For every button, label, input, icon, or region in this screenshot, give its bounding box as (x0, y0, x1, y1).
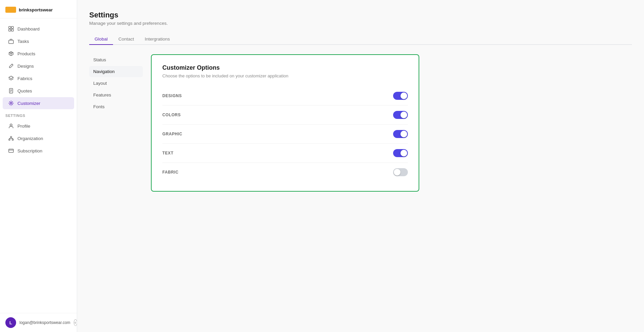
toggle-track (393, 92, 408, 100)
svg-rect-5 (11, 29, 13, 31)
tab-integrations[interactable]: Intergrations (140, 34, 175, 45)
sidebar-item-customizer[interactable]: Customizer (3, 97, 74, 109)
pen-icon (8, 63, 14, 69)
org-icon (8, 135, 14, 141)
toggle-row-graphic: GRAPHIC (162, 125, 408, 144)
svg-rect-6 (9, 40, 13, 44)
settings-tabs: Global Contact Intergrations (89, 34, 632, 45)
settings-section-label: SETTINGS (0, 110, 77, 120)
briefcase-icon (8, 38, 14, 44)
person-icon (8, 123, 14, 129)
file-icon (8, 88, 14, 94)
toggle-row-designs: DESIGNS (162, 86, 408, 106)
sidebar-item-label: Organization (17, 136, 43, 141)
svg-rect-0 (7, 8, 9, 11)
svg-point-8 (10, 103, 12, 104)
sidebar-item-fabrics[interactable]: Fabrics (3, 72, 74, 84)
toggle-thumb (400, 131, 407, 137)
svg-rect-1 (10, 7, 15, 12)
gear-icon (8, 100, 14, 106)
toggle-designs[interactable] (393, 92, 408, 100)
settings-subnav: Status Navigation Layout Features Fonts (89, 54, 143, 192)
page-title: Settings (89, 11, 632, 19)
sidebar-footer: L logan@brinksportswear.com + (0, 313, 77, 332)
sidebar-item-label: Profile (17, 124, 30, 129)
sidebar-item-label: Subscription (17, 148, 42, 153)
box-icon (8, 51, 14, 57)
toggle-track (393, 168, 408, 176)
customizer-options-card: Customizer Options Choose the options to… (151, 54, 419, 192)
avatar: L (5, 317, 16, 328)
sidebar-item-products[interactable]: Products (3, 48, 74, 60)
svg-rect-13 (9, 149, 13, 152)
toggle-label-fabric: FABRIC (162, 170, 178, 175)
toggle-thumb (400, 112, 407, 118)
settings-nav-layout[interactable]: Layout (89, 78, 143, 89)
toggle-row-fabric: FABRIC (162, 163, 408, 182)
toggle-label-colors: COLORS (162, 113, 181, 117)
brand-area: brinksportswear (0, 0, 77, 18)
toggle-label-text: TEXT (162, 151, 173, 155)
tab-contact[interactable]: Contact (113, 34, 140, 45)
toggle-row-text: TEXT (162, 144, 408, 163)
toggle-label-graphic: GRAPHIC (162, 132, 182, 136)
toggle-track (393, 111, 408, 119)
settings-nav-features[interactable]: Features (89, 89, 143, 101)
sidebar-item-subscription[interactable]: Subscription (3, 145, 74, 157)
settings-nav-navigation[interactable]: Navigation (89, 66, 143, 77)
sidebar-item-label: Quotes (17, 88, 32, 93)
svg-point-11 (9, 139, 10, 140)
page-subtitle: Manage your settings and preferences. (89, 21, 632, 26)
toggle-text[interactable] (393, 149, 408, 157)
toggle-graphic[interactable] (393, 130, 408, 138)
sidebar-item-label: Fabrics (17, 76, 32, 81)
svg-point-9 (10, 124, 12, 126)
brand-logo (5, 7, 16, 13)
sidebar-item-quotes[interactable]: Quotes (3, 85, 74, 97)
tab-global[interactable]: Global (89, 34, 113, 45)
sidebar-item-label: Products (17, 51, 35, 56)
svg-rect-3 (11, 26, 13, 28)
toggle-thumb (400, 92, 407, 99)
toggle-thumb (394, 169, 400, 176)
svg-point-12 (12, 139, 13, 140)
toggle-colors[interactable] (393, 111, 408, 119)
settings-nav-status[interactable]: Status (89, 54, 143, 65)
card-subtitle: Choose the options to be included on you… (162, 73, 408, 78)
toggle-thumb (400, 150, 407, 156)
brand-name: brinksportswear (19, 7, 53, 12)
toggle-label-designs: DESIGNS (162, 93, 182, 98)
footer-email: logan@brinksportswear.com (19, 320, 70, 325)
sidebar-item-organization[interactable]: Organization (3, 132, 74, 144)
svg-point-10 (10, 136, 12, 138)
sidebar-item-tasks[interactable]: Tasks (3, 35, 74, 47)
main-content: Settings Manage your settings and prefer… (77, 0, 644, 332)
sidebar-item-label: Dashboard (17, 26, 40, 31)
card-title: Customizer Options (162, 64, 408, 71)
grid-icon (8, 26, 14, 32)
main-nav: Dashboard Tasks Products (0, 18, 77, 313)
toggle-row-colors: COLORS (162, 106, 408, 125)
toggle-track (393, 130, 408, 138)
sidebar-item-profile[interactable]: Profile (3, 120, 74, 132)
card-icon (8, 148, 14, 154)
svg-rect-4 (9, 29, 11, 31)
sidebar-item-label: Designs (17, 64, 34, 69)
toggle-track (393, 149, 408, 157)
sidebar-item-dashboard[interactable]: Dashboard (3, 23, 74, 35)
sidebar-item-label: Tasks (17, 39, 29, 44)
layers-icon (8, 75, 14, 81)
settings-nav-fonts[interactable]: Fonts (89, 101, 143, 112)
sidebar-item-label: Customizer (17, 101, 40, 106)
toggle-fabric[interactable] (393, 168, 408, 176)
sidebar: brinksportswear Dashboard (0, 0, 77, 332)
sidebar-item-designs[interactable]: Designs (3, 60, 74, 72)
settings-layout: Status Navigation Layout Features Fonts … (89, 54, 632, 192)
svg-rect-2 (9, 26, 11, 28)
add-workspace-button[interactable]: + (74, 319, 77, 326)
